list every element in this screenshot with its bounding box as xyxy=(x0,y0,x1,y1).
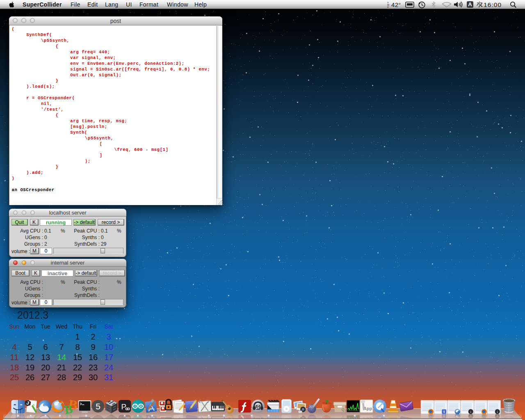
svg-text:Q: Q xyxy=(342,408,345,412)
svg-text:P: P xyxy=(121,402,126,411)
svg-text:App: App xyxy=(363,406,372,411)
svg-text:t: t xyxy=(443,410,445,414)
svg-text:P: P xyxy=(387,6,389,8)
svg-text:5: 5 xyxy=(96,402,100,411)
